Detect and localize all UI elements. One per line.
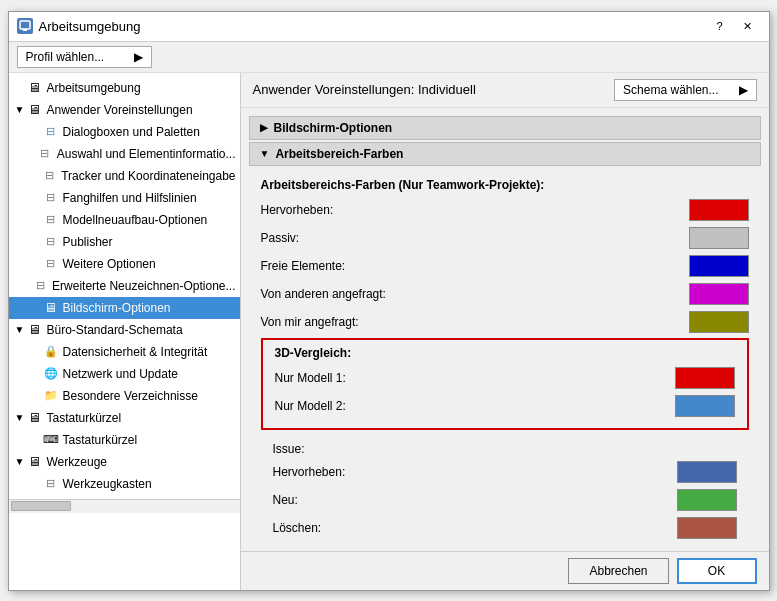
section-header-bildschirm[interactable]: ▶ Bildschirm-Optionen (249, 116, 761, 140)
compare-title: 3D-Vergleich: (275, 346, 735, 360)
color-row-issue-hervorheben: Hervorheben: (273, 460, 737, 484)
color-swatch-mir[interactable] (689, 311, 749, 333)
sidebar-label: Büro-Standard-Schemata (47, 323, 183, 337)
schema-button[interactable]: Schema wählen... ▶ (614, 79, 756, 101)
profile-button[interactable]: Profil wählen... ▶ (17, 46, 153, 68)
toggle-icon: ▼ (13, 104, 27, 115)
sidebar-item-tastatur-group[interactable]: ▼ 🖥 Tastaturkürzel (9, 407, 240, 429)
profile-arrow-icon: ▶ (134, 50, 143, 64)
sidebar-item-arbeitsumgebung[interactable]: 🖥 Arbeitsumgebung (9, 77, 240, 99)
cancel-button[interactable]: Abbrechen (568, 558, 668, 584)
color-row-modell1: Nur Modell 1: (275, 366, 735, 390)
issue-title: Issue: (273, 442, 737, 456)
weitere-icon: ⊟ (43, 256, 59, 272)
close-button[interactable]: ✕ (735, 16, 761, 36)
tracker-icon: ⊟ (41, 168, 57, 184)
sidebar-item-netzwerk[interactable]: 🌐 Netzwerk und Update (9, 363, 240, 385)
sidebar-label: Bildschirm-Optionen (63, 301, 171, 315)
color-row-modell2: Nur Modell 2: (275, 394, 735, 418)
content-area: 🖥 Arbeitsumgebung ▼ 🖥 Anwender Voreinste… (9, 73, 769, 590)
color-swatch-issue-hervorheben[interactable] (677, 461, 737, 483)
app-icon (17, 18, 33, 34)
schema-btn-label: Schema wählen... (623, 83, 718, 97)
sidebar-item-modell[interactable]: ⊟ Modellneuaufbau-Optionen (9, 209, 240, 231)
main-window: Arbeitsumgebung ? ✕ Profil wählen... ▶ 🖥… (8, 11, 770, 591)
sidebar-item-tastatur[interactable]: ⌨ Tastaturkürzel (9, 429, 240, 451)
sidebar-item-tracker[interactable]: ⊟ Tracker und Koordinateneingabe (9, 165, 240, 187)
select-icon: ⊟ (37, 146, 53, 162)
panel-content: ▶ Bildschirm-Optionen ▼ Arbeitsbereich-F… (241, 108, 769, 551)
color-swatch-hervorheben[interactable] (689, 199, 749, 221)
sidebar-item-werkzeuge[interactable]: ▼ 🖥 Werkzeuge (9, 451, 240, 473)
color-swatch-neu[interactable] (677, 489, 737, 511)
color-row-passiv: Passiv: (261, 226, 749, 250)
color-swatch-passiv[interactable] (689, 227, 749, 249)
horiz-scrollbar[interactable] (11, 501, 71, 511)
sidebar-label: Modellneuaufbau-Optionen (63, 213, 208, 227)
folder-icon: 📁 (43, 388, 59, 404)
sidebar-label: Werkzeuge (47, 455, 107, 469)
color-row-hervorheben: Hervorheben: (261, 198, 749, 222)
color-label: Von mir angefragt: (261, 315, 359, 329)
sidebar-label: Tastaturkürzel (63, 433, 138, 447)
color-label: Freie Elemente: (261, 259, 346, 273)
sidebar-label: Tastaturkürzel (47, 411, 122, 425)
sidebar-item-fanghilfen[interactable]: ⊟ Fanghilfen und Hilfslinien (9, 187, 240, 209)
sidebar-item-erweiterte[interactable]: ⊟ Erweiterte Neuzeichnen-Optione... (9, 275, 240, 297)
issue-section: Issue: Hervorheben: Neu: Löschen: (261, 434, 749, 548)
color-label: Nur Modell 2: (275, 399, 346, 413)
lock-icon: 🔒 (43, 344, 59, 360)
keyboard-icon: ⌨ (43, 432, 59, 448)
main-panel: Anwender Voreinstellungen: Individuell S… (241, 73, 769, 590)
color-swatch-modell1[interactable] (675, 367, 735, 389)
buero-icon: 🖥 (27, 322, 43, 338)
arbeitsbereich-content: Arbeitsbereichs-Farben (Nur Teamwork-Pro… (249, 168, 761, 551)
sidebar: 🖥 Arbeitsumgebung ▼ 🖥 Anwender Voreinste… (9, 73, 241, 590)
help-button[interactable]: ? (707, 16, 733, 36)
color-swatch-loeschen[interactable] (677, 517, 737, 539)
sidebar-item-bildschirm[interactable]: 🖥 Bildschirm-Optionen (9, 297, 240, 319)
color-swatch-anderen[interactable] (689, 283, 749, 305)
section-header-label: Arbeitsbereich-Farben (275, 147, 403, 161)
color-label: Nur Modell 1: (275, 371, 346, 385)
sidebar-item-verzeichnisse[interactable]: 📁 Besondere Verzeichnisse (9, 385, 240, 407)
sidebar-item-dialogboxen[interactable]: ⊟ Dialogboxen und Paletten (9, 121, 240, 143)
sidebar-item-werkzeugkasten[interactable]: ⊟ Werkzeugkasten (9, 473, 240, 495)
titlebar: Arbeitsumgebung ? ✕ (9, 12, 769, 42)
color-row-neu: Neu: (273, 488, 737, 512)
sidebar-item-auswahl[interactable]: ⊟ Auswahl und Elementinformatio... (9, 143, 240, 165)
schema-arrow-icon: ▶ (739, 83, 748, 97)
toggle-icon: ▼ (13, 456, 27, 467)
tastatur-group-icon: 🖥 (27, 410, 43, 426)
sidebar-label: Fanghilfen und Hilfslinien (63, 191, 197, 205)
sidebar-label: Arbeitsumgebung (47, 81, 141, 95)
sidebar-label: Werkzeugkasten (63, 477, 152, 491)
sidebar-item-publisher[interactable]: ⊟ Publisher (9, 231, 240, 253)
section-toggle-icon: ▶ (260, 122, 268, 133)
toggle-icon: ▼ (13, 412, 27, 423)
modell-icon: ⊟ (43, 212, 59, 228)
toolbar: Profil wählen... ▶ (9, 42, 769, 73)
color-label: Von anderen angefragt: (261, 287, 386, 301)
panel-header: Anwender Voreinstellungen: Individuell S… (241, 73, 769, 108)
color-label: Passiv: (261, 231, 300, 245)
sidebar-item-anwender[interactable]: ▼ 🖥 Anwender Voreinstellungen (9, 99, 240, 121)
sidebar-label: Tracker und Koordinateneingabe (61, 169, 235, 183)
sidebar-label: Datensicherheit & Integrität (63, 345, 208, 359)
bildschirm-icon: 🖥 (43, 300, 59, 316)
color-swatch-modell2[interactable] (675, 395, 735, 417)
sidebar-label: Auswahl und Elementinformatio... (57, 147, 236, 161)
compare-section: 3D-Vergleich: Nur Modell 1: Nur Modell 2… (261, 338, 749, 430)
color-swatch-freie[interactable] (689, 255, 749, 277)
ok-button[interactable]: OK (677, 558, 757, 584)
monitor-icon: 🖥 (27, 80, 43, 96)
sidebar-item-buero[interactable]: ▼ 🖥 Büro-Standard-Schemata (9, 319, 240, 341)
sidebar-item-datensicherheit[interactable]: 🔒 Datensicherheit & Integrität (9, 341, 240, 363)
section-header-arbeitsbereich[interactable]: ▼ Arbeitsbereich-Farben (249, 142, 761, 166)
color-label: Löschen: (273, 521, 322, 535)
sidebar-label: Besondere Verzeichnisse (63, 389, 198, 403)
werkzeuge-icon: 🖥 (27, 454, 43, 470)
window-title: Arbeitsumgebung (39, 19, 141, 34)
sidebar-item-weitere[interactable]: ⊟ Weitere Optionen (9, 253, 240, 275)
sidebar-label: Anwender Voreinstellungen (47, 103, 193, 117)
